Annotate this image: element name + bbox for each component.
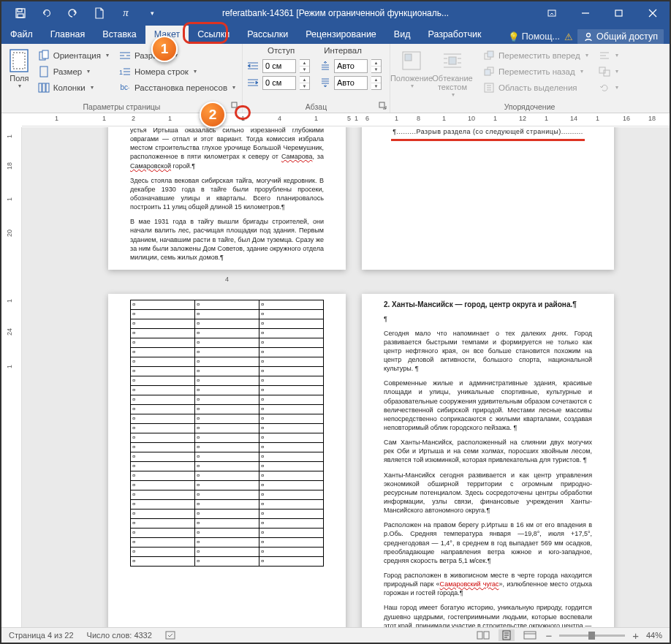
warning-icon[interactable]: ⚠ [564,31,573,42]
horizontal-ruler[interactable]: 112131415161811011211411618 [22,113,670,126]
selection-pane[interactable]: Область выделения [481,80,591,95]
selection-icon [483,82,495,94]
position-label: Положение [390,74,433,83]
indent-label: Отступ [268,46,295,55]
paragraph: Современные жилые и административные зда… [384,379,592,432]
window-title: referatbank-14361 [Режим ограниченной фу… [222,8,449,18]
share-label: Общий доступ [596,31,658,42]
indent-left-input[interactable] [262,59,296,73]
rotate-icon [599,82,610,94]
wrap-icon [441,49,464,72]
svg-text:1: 1 [119,69,123,76]
bring-forward[interactable]: Переместить вперед▾ [481,48,591,63]
tab-dev[interactable]: Разработчик [419,26,490,44]
group-arrange-label: Упорядочение [390,102,669,111]
view-web-icon[interactable] [522,629,538,641]
view-read-icon[interactable] [475,629,491,641]
orientation-button[interactable]: Ориентация▾ [36,48,111,63]
paragraph: Наш город имеет богатую историю, уникаль… [384,603,592,627]
tab-review[interactable]: Рецензирование [297,26,385,44]
svg-rect-2 [18,14,23,18]
maximize-icon[interactable] [602,1,636,24]
space-after[interactable]: ▲▼ [320,75,382,91]
indent-right-icon [247,78,259,87]
group-button[interactable]: ▾ [596,64,621,79]
view-print-icon[interactable] [498,629,515,641]
spacing-label: Интервал [324,46,362,55]
vertical-ruler[interactable]: 1181201241 [1,127,22,627]
paragraph: Ханты-Мансийск сегодня развивается и как… [384,471,592,515]
equation-icon[interactable]: π [120,7,132,19]
space-after-icon [320,77,330,88]
status-words[interactable]: Число слов: 4332 [87,631,152,640]
undo-icon[interactable] [41,7,53,19]
indent-left-icon [247,61,259,70]
tell-me[interactable]: 💡 Помощ... [508,31,560,42]
hyphenation-button[interactable]: bc-Расстановка переносов▾ [117,80,238,95]
send-back[interactable]: Переместить назад▾ [481,64,591,79]
redo-icon[interactable] [67,7,79,19]
svg-rect-34 [524,632,536,639]
indent-right[interactable]: ▲▼ [247,75,310,91]
zoom-slider[interactable] [559,634,625,637]
svg-rect-1 [18,9,22,12]
orientation-icon [38,50,50,61]
align-button[interactable]: ▾ [596,48,621,63]
ribbon-options-icon[interactable] [535,1,569,24]
minimize-icon[interactable] [569,1,602,24]
qat-more-icon[interactable]: ▾ [146,7,158,19]
size-button[interactable]: Размер▾ [36,64,111,79]
indent-left[interactable]: ▲▼ [247,58,310,74]
svg-point-8 [587,34,591,37]
ribbon: Поля▾ Ориентация▾ Размер▾ Колонки▾ Разры… [1,44,670,113]
svg-rect-21 [405,54,412,61]
tab-insert[interactable]: Вставка [94,26,145,44]
redline [391,139,585,141]
spellcheck-icon[interactable] [165,630,178,640]
tell-me-label: Помощ... [522,31,560,42]
tab-mail[interactable]: Рассылки [238,26,297,44]
svg-rect-19 [379,102,384,107]
paragraph: Сегодня мало что напоминает о тех далеки… [384,329,592,374]
wrap-label: Обтекание текстом [432,74,472,91]
line-numbers-button[interactable]: 1Номера строк▾ [117,64,238,79]
section-break: ¶.........Разрыв раздела (со следующей с… [384,127,592,137]
paragraph: Расположен на правом берегу р.Иртыш в 16… [384,520,592,565]
callout-2: 2 [200,102,226,128]
position-icon [400,49,423,72]
tab-links[interactable]: Ссылки [189,26,238,44]
columns-button[interactable]: Колонки▾ [36,80,111,95]
space-before-input[interactable] [334,59,368,73]
svg-rect-32 [484,632,489,639]
svg-rect-31 [477,632,482,639]
zoom-in[interactable]: + [632,629,639,642]
page-setup-launcher[interactable] [230,100,240,110]
document-area[interactable]: устья Иртыша оказалась сильно изрезанной… [22,127,670,627]
tab-view[interactable]: Вид [385,26,420,44]
new-doc-icon[interactable] [94,7,105,19]
wrap-button[interactable]: Обтекание текстом▾ [428,46,477,111]
close-icon[interactable] [636,1,670,24]
margins-button[interactable]: Поля▾ [6,46,33,111]
paragraph-launcher[interactable] [377,100,387,110]
tab-file[interactable]: Файл [1,26,42,44]
svg-rect-15 [42,83,45,92]
page-5: ¶.........Разрыв раздела (со следующей с… [362,127,614,270]
group-para-label: Абзац [243,102,390,111]
ribbon-tabs: Файл Главная Вставка Макет Ссылки Рассыл… [1,24,670,44]
zoom-out[interactable]: − [545,629,552,642]
page-7: 2. Ханты-Мансийск — город, центр округа … [362,294,614,627]
save-icon[interactable] [15,7,26,19]
indent-right-input[interactable] [262,76,296,90]
rotate-button[interactable]: ▾ [596,80,621,95]
position-button[interactable]: Положение▾ [395,46,428,111]
space-before[interactable]: ▲▼ [320,58,382,74]
line-numbers-icon: 1 [119,66,131,77]
share-button[interactable]: Общий доступ [577,29,664,44]
status-page[interactable]: Страница 4 из 22 [9,631,74,640]
zoom-level[interactable]: 44% [646,631,662,640]
svg-rect-18 [232,102,237,107]
space-after-input[interactable] [334,76,368,90]
tab-home[interactable]: Главная [42,26,94,44]
svg-rect-24 [488,51,493,57]
